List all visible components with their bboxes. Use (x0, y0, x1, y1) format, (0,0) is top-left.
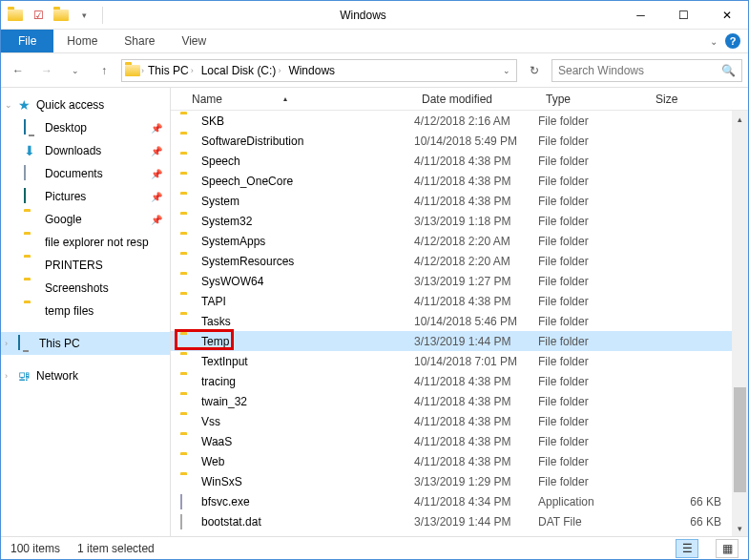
file-date: 10/14/2018 7:01 PM (414, 355, 538, 368)
file-name: Speech (201, 155, 240, 168)
sidebar-this-pc[interactable]: › This PC (1, 332, 170, 355)
file-row[interactable]: Tasks10/14/2018 5:46 PMFile folder (171, 311, 748, 331)
sidebar-item[interactable]: temp files (1, 300, 170, 322)
file-type: File folder (538, 275, 648, 288)
file-name: Web (201, 455, 224, 468)
column-type[interactable]: Type (538, 93, 648, 106)
file-row[interactable]: SystemApps4/12/2018 2:20 AMFile folder (171, 231, 748, 251)
file-row[interactable]: WaaS4/11/2018 4:38 PMFile folder (171, 431, 748, 451)
column-size[interactable]: Size (648, 93, 748, 106)
sidebar-item[interactable]: ⬇Downloads📌 (1, 139, 170, 162)
sidebar-item[interactable]: Pictures📌 (1, 185, 170, 208)
view-tab[interactable]: View (168, 30, 219, 52)
file-row[interactable]: TAPI4/11/2018 4:38 PMFile folder (171, 291, 748, 311)
sidebar-item[interactable]: Google📌 (1, 208, 170, 231)
documents-icon (24, 166, 39, 181)
vertical-scrollbar[interactable]: ▴ ▾ (732, 111, 748, 536)
file-list[interactable]: SKB4/12/2018 2:16 AMFile folderSoftwareD… (171, 111, 748, 536)
breadcrumb-segment[interactable]: Windows (284, 64, 339, 77)
properties-icon[interactable]: ☑ (28, 5, 49, 26)
file-row[interactable]: tracing4/11/2018 4:38 PMFile folder (171, 371, 748, 391)
search-box[interactable]: 🔍 (551, 59, 742, 82)
file-type: File folder (538, 455, 648, 468)
sidebar-item[interactable]: PRINTERS (1, 254, 170, 277)
file-date: 3/13/2019 1:44 PM (414, 515, 538, 529)
back-button[interactable]: ← (7, 59, 30, 82)
file-row[interactable]: SystemResources4/12/2018 2:20 AMFile fol… (171, 251, 748, 271)
chevron-right-icon[interactable]: › (5, 339, 8, 348)
sidebar-item-label: Downloads (45, 144, 101, 157)
column-date-modified[interactable]: Date modified (414, 93, 538, 106)
details-view-button[interactable]: ☰ (676, 539, 698, 558)
up-button[interactable]: ↑ (93, 59, 115, 82)
address-dropdown-icon[interactable]: ⌄ (503, 66, 510, 75)
sidebar-quick-access[interactable]: ⌄ ★ Quick access (1, 93, 170, 116)
sidebar-item[interactable]: file explorer not resp (1, 231, 170, 254)
chevron-down-icon[interactable]: ⌄ (5, 100, 12, 110)
forward-button[interactable]: → (35, 59, 58, 82)
file-type: File folder (538, 395, 648, 408)
column-name[interactable]: Name ▴ (171, 93, 414, 106)
maximize-button[interactable]: ☐ (662, 1, 705, 29)
navigation-pane: ⌄ ★ Quick access Desktop📌⬇Downloads📌Docu… (1, 88, 171, 536)
sidebar-item[interactable]: Documents📌 (1, 162, 170, 185)
help-icon[interactable]: ? (725, 33, 740, 49)
sidebar-item[interactable]: Screenshots (1, 277, 170, 300)
pictures-icon (24, 189, 39, 204)
file-row[interactable]: SysWOW643/13/2019 1:27 PMFile folder (171, 271, 748, 291)
file-name: SystemResources (201, 255, 294, 268)
file-row[interactable]: bfsvc.exe4/11/2018 4:34 PMApplication66 … (171, 491, 748, 511)
address-bar[interactable]: › This PC › Local Disk (C:) › Windows ⌄ (121, 59, 517, 82)
file-row[interactable]: Vss4/11/2018 4:38 PMFile folder (171, 411, 748, 431)
folder-icon (180, 275, 196, 288)
file-row[interactable]: Temp3/13/2019 1:44 PMFile folder (171, 331, 748, 351)
sidebar-item[interactable]: Desktop📌 (1, 116, 170, 139)
scroll-down-icon[interactable]: ▾ (732, 520, 748, 536)
file-type: DAT File (538, 515, 648, 529)
chevron-right-icon[interactable]: › (5, 371, 8, 381)
file-row[interactable]: Speech4/11/2018 4:38 PMFile folder (171, 151, 748, 171)
file-row[interactable]: SKB4/12/2018 2:16 AMFile folder (171, 111, 748, 131)
file-row[interactable]: SoftwareDistribution10/14/2018 5:49 PMFi… (171, 131, 748, 151)
file-date: 10/14/2018 5:49 PM (414, 135, 538, 148)
refresh-button[interactable]: ↻ (523, 59, 546, 82)
file-row[interactable]: bootstat.dat3/13/2019 1:44 PMDAT File66 … (171, 511, 748, 531)
file-list-pane: Name ▴ Date modified Type Size SKB4/12/2… (171, 88, 748, 536)
file-row[interactable]: twain_324/11/2018 4:38 PMFile folder (171, 391, 748, 411)
file-row[interactable]: System323/13/2019 1:18 PMFile folder (171, 211, 748, 231)
file-row[interactable]: Web4/11/2018 4:38 PMFile folder (171, 451, 748, 471)
search-input[interactable] (558, 64, 721, 77)
file-tab[interactable]: File (1, 30, 53, 52)
close-button[interactable]: ✕ (705, 1, 748, 29)
breadcrumb-segment[interactable]: This PC › (144, 64, 198, 77)
sidebar-item-label: temp files (45, 304, 94, 318)
folder-icon (180, 315, 196, 328)
file-row[interactable]: WinSxS3/13/2019 1:29 PMFile folder (171, 471, 748, 491)
minimize-button[interactable]: ─ (619, 1, 662, 29)
qat-dropdown-icon[interactable]: ▾ (73, 5, 94, 26)
breadcrumb-segment[interactable]: Local Disk (C:) › (198, 64, 285, 77)
file-row[interactable]: Speech_OneCore4/11/2018 4:38 PMFile fold… (171, 171, 748, 191)
folder-icon (180, 215, 196, 228)
file-row[interactable]: TextInput10/14/2018 7:01 PMFile folder (171, 351, 748, 371)
status-item-count: 100 items (10, 542, 60, 555)
folder-icon (24, 212, 39, 227)
pin-icon: 📌 (151, 215, 162, 225)
scroll-thumb[interactable] (734, 387, 746, 492)
file-row[interactable]: System4/11/2018 4:38 PMFile folder (171, 191, 748, 211)
ribbon-expand-icon[interactable]: ⌄ (710, 36, 718, 47)
file-type: File folder (538, 155, 648, 168)
new-folder-icon[interactable] (51, 5, 72, 26)
navigation-bar: ← → ⌄ ↑ › This PC › Local Disk (C:) › Wi… (1, 53, 748, 88)
scroll-up-icon[interactable]: ▴ (732, 111, 748, 127)
home-tab[interactable]: Home (53, 30, 111, 52)
folder-icon (180, 155, 196, 168)
recent-locations-icon[interactable]: ⌄ (64, 59, 87, 82)
folder-icon (180, 335, 196, 348)
large-icons-view-button[interactable]: ▦ (716, 539, 739, 558)
file-type: File folder (538, 175, 648, 188)
share-tab[interactable]: Share (111, 30, 168, 52)
search-icon[interactable]: 🔍 (721, 64, 736, 77)
file-date: 4/11/2018 4:38 PM (414, 295, 538, 308)
sidebar-network[interactable]: › 🖳 Network (1, 364, 170, 387)
